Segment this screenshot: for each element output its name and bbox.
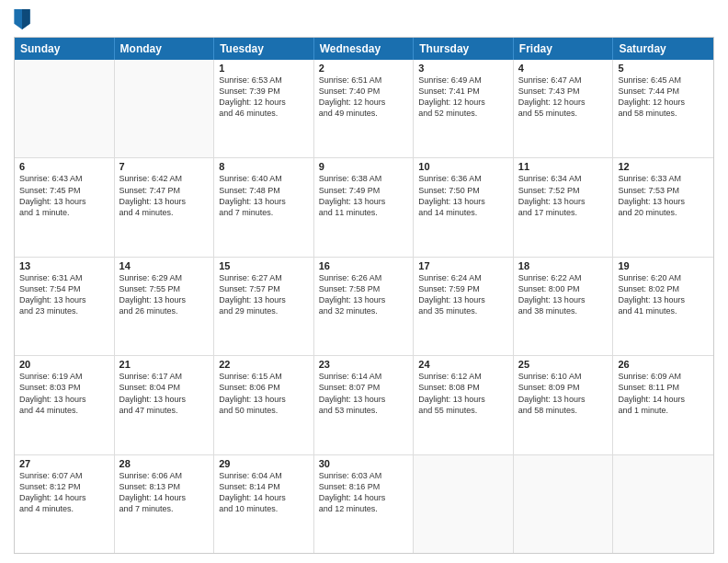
day-number: 4 — [518, 63, 609, 74]
cell-details: Sunrise: 6:49 AM Sunset: 7:41 PM Dayligh… — [418, 75, 508, 120]
calendar-cell: 11Sunrise: 6:34 AM Sunset: 7:52 PM Dayli… — [514, 158, 614, 256]
day-number: 11 — [518, 161, 609, 172]
logo-icon — [14, 9, 30, 29]
calendar-cell — [15, 60, 115, 157]
header — [14, 9, 714, 29]
header-day-tuesday: Tuesday — [214, 38, 314, 60]
day-number: 12 — [618, 161, 709, 172]
cell-details: Sunrise: 6:36 AM Sunset: 7:50 PM Dayligh… — [418, 173, 508, 218]
day-number: 21 — [119, 359, 210, 370]
day-number: 2 — [319, 63, 409, 74]
calendar-cell: 4Sunrise: 6:47 AM Sunset: 7:43 PM Daylig… — [514, 60, 614, 157]
cell-details: Sunrise: 6:33 AM Sunset: 7:53 PM Dayligh… — [618, 173, 709, 218]
day-number: 9 — [319, 161, 409, 172]
cell-details: Sunrise: 6:22 AM Sunset: 8:00 PM Dayligh… — [518, 272, 609, 317]
day-number: 27 — [19, 458, 109, 469]
day-number: 6 — [19, 161, 109, 172]
calendar-cell: 27Sunrise: 6:07 AM Sunset: 8:12 PM Dayli… — [15, 455, 115, 553]
calendar-cell: 8Sunrise: 6:40 AM Sunset: 7:48 PM Daylig… — [214, 158, 314, 256]
calendar-cell: 24Sunrise: 6:12 AM Sunset: 8:08 PM Dayli… — [414, 356, 514, 454]
calendar-cell: 13Sunrise: 6:31 AM Sunset: 7:54 PM Dayli… — [15, 258, 115, 355]
day-number: 13 — [19, 260, 109, 271]
cell-details: Sunrise: 6:51 AM Sunset: 7:40 PM Dayligh… — [319, 75, 409, 120]
cell-details: Sunrise: 6:31 AM Sunset: 7:54 PM Dayligh… — [19, 272, 109, 317]
calendar-cell: 23Sunrise: 6:14 AM Sunset: 8:07 PM Dayli… — [314, 356, 415, 454]
calendar-cell: 16Sunrise: 6:26 AM Sunset: 7:58 PM Dayli… — [314, 258, 415, 355]
calendar-cell: 6Sunrise: 6:43 AM Sunset: 7:45 PM Daylig… — [15, 158, 115, 256]
calendar-row-0: 1Sunrise: 6:53 AM Sunset: 7:39 PM Daylig… — [15, 60, 713, 157]
cell-details: Sunrise: 6:20 AM Sunset: 8:02 PM Dayligh… — [618, 272, 709, 317]
day-number: 14 — [119, 260, 210, 271]
calendar-cell: 29Sunrise: 6:04 AM Sunset: 8:14 PM Dayli… — [214, 455, 314, 553]
calendar-cell — [414, 455, 514, 553]
day-number: 15 — [219, 260, 309, 271]
calendar-cell: 22Sunrise: 6:15 AM Sunset: 8:06 PM Dayli… — [214, 356, 314, 454]
calendar-cell: 1Sunrise: 6:53 AM Sunset: 7:39 PM Daylig… — [214, 60, 314, 157]
calendar-cell: 19Sunrise: 6:20 AM Sunset: 8:02 PM Dayli… — [613, 258, 713, 355]
day-number: 25 — [518, 359, 609, 370]
cell-details: Sunrise: 6:38 AM Sunset: 7:49 PM Dayligh… — [319, 173, 409, 218]
day-number: 20 — [19, 359, 109, 370]
calendar-cell: 18Sunrise: 6:22 AM Sunset: 8:00 PM Dayli… — [514, 258, 614, 355]
day-number: 26 — [618, 359, 709, 370]
calendar-row-4: 27Sunrise: 6:07 AM Sunset: 8:12 PM Dayli… — [15, 454, 713, 553]
logo — [14, 9, 34, 29]
svg-marker-1 — [22, 9, 30, 29]
cell-details: Sunrise: 6:29 AM Sunset: 7:55 PM Dayligh… — [119, 272, 210, 317]
cell-details: Sunrise: 6:03 AM Sunset: 8:16 PM Dayligh… — [319, 470, 409, 515]
calendar-cell: 10Sunrise: 6:36 AM Sunset: 7:50 PM Dayli… — [414, 158, 514, 256]
day-number: 5 — [618, 63, 709, 74]
day-number: 22 — [219, 359, 309, 370]
calendar-header: SundayMondayTuesdayWednesdayThursdayFrid… — [15, 38, 713, 60]
calendar-cell: 30Sunrise: 6:03 AM Sunset: 8:16 PM Dayli… — [314, 455, 415, 553]
calendar-cell: 5Sunrise: 6:45 AM Sunset: 7:44 PM Daylig… — [613, 60, 713, 157]
header-day-wednesday: Wednesday — [314, 38, 415, 60]
calendar: SundayMondayTuesdayWednesdayThursdayFrid… — [14, 37, 714, 554]
calendar-cell: 3Sunrise: 6:49 AM Sunset: 7:41 PM Daylig… — [414, 60, 514, 157]
day-number: 23 — [319, 359, 409, 370]
cell-details: Sunrise: 6:12 AM Sunset: 8:08 PM Dayligh… — [418, 371, 508, 416]
day-number: 17 — [418, 260, 508, 271]
day-number: 29 — [219, 458, 309, 469]
calendar-cell: 28Sunrise: 6:06 AM Sunset: 8:13 PM Dayli… — [115, 455, 215, 553]
calendar-cell: 14Sunrise: 6:29 AM Sunset: 7:55 PM Dayli… — [115, 258, 215, 355]
cell-details: Sunrise: 6:26 AM Sunset: 7:58 PM Dayligh… — [319, 272, 409, 317]
header-day-saturday: Saturday — [613, 38, 713, 60]
calendar-cell: 21Sunrise: 6:17 AM Sunset: 8:04 PM Dayli… — [115, 356, 215, 454]
cell-details: Sunrise: 6:34 AM Sunset: 7:52 PM Dayligh… — [518, 173, 609, 218]
calendar-cell: 2Sunrise: 6:51 AM Sunset: 7:40 PM Daylig… — [314, 60, 415, 157]
calendar-cell: 20Sunrise: 6:19 AM Sunset: 8:03 PM Dayli… — [15, 356, 115, 454]
cell-details: Sunrise: 6:19 AM Sunset: 8:03 PM Dayligh… — [19, 371, 109, 416]
cell-details: Sunrise: 6:47 AM Sunset: 7:43 PM Dayligh… — [518, 75, 609, 120]
calendar-cell: 17Sunrise: 6:24 AM Sunset: 7:59 PM Dayli… — [414, 258, 514, 355]
day-number: 10 — [418, 161, 508, 172]
calendar-row-3: 20Sunrise: 6:19 AM Sunset: 8:03 PM Dayli… — [15, 355, 713, 454]
calendar-body: 1Sunrise: 6:53 AM Sunset: 7:39 PM Daylig… — [15, 60, 713, 553]
day-number: 30 — [319, 458, 409, 469]
cell-details: Sunrise: 6:45 AM Sunset: 7:44 PM Dayligh… — [618, 75, 709, 120]
cell-details: Sunrise: 6:53 AM Sunset: 7:39 PM Dayligh… — [219, 75, 309, 120]
cell-details: Sunrise: 6:04 AM Sunset: 8:14 PM Dayligh… — [219, 470, 309, 515]
calendar-cell — [115, 60, 215, 157]
calendar-cell: 25Sunrise: 6:10 AM Sunset: 8:09 PM Dayli… — [514, 356, 614, 454]
calendar-row-1: 6Sunrise: 6:43 AM Sunset: 7:45 PM Daylig… — [15, 157, 713, 256]
calendar-cell — [613, 455, 713, 553]
cell-details: Sunrise: 6:43 AM Sunset: 7:45 PM Dayligh… — [19, 173, 109, 218]
header-day-monday: Monday — [115, 38, 215, 60]
calendar-cell: 7Sunrise: 6:42 AM Sunset: 7:47 PM Daylig… — [115, 158, 215, 256]
cell-details: Sunrise: 6:15 AM Sunset: 8:06 PM Dayligh… — [219, 371, 309, 416]
header-day-friday: Friday — [514, 38, 614, 60]
cell-details: Sunrise: 6:10 AM Sunset: 8:09 PM Dayligh… — [518, 371, 609, 416]
cell-details: Sunrise: 6:17 AM Sunset: 8:04 PM Dayligh… — [119, 371, 210, 416]
cell-details: Sunrise: 6:07 AM Sunset: 8:12 PM Dayligh… — [19, 470, 109, 515]
header-day-sunday: Sunday — [15, 38, 115, 60]
cell-details: Sunrise: 6:09 AM Sunset: 8:11 PM Dayligh… — [618, 371, 709, 416]
day-number: 28 — [119, 458, 210, 469]
day-number: 8 — [219, 161, 309, 172]
cell-details: Sunrise: 6:24 AM Sunset: 7:59 PM Dayligh… — [418, 272, 508, 317]
calendar-cell: 9Sunrise: 6:38 AM Sunset: 7:49 PM Daylig… — [314, 158, 415, 256]
calendar-cell: 12Sunrise: 6:33 AM Sunset: 7:53 PM Dayli… — [613, 158, 713, 256]
calendar-cell: 26Sunrise: 6:09 AM Sunset: 8:11 PM Dayli… — [613, 356, 713, 454]
page: SundayMondayTuesdayWednesdayThursdayFrid… — [0, 0, 728, 563]
day-number: 3 — [418, 63, 508, 74]
